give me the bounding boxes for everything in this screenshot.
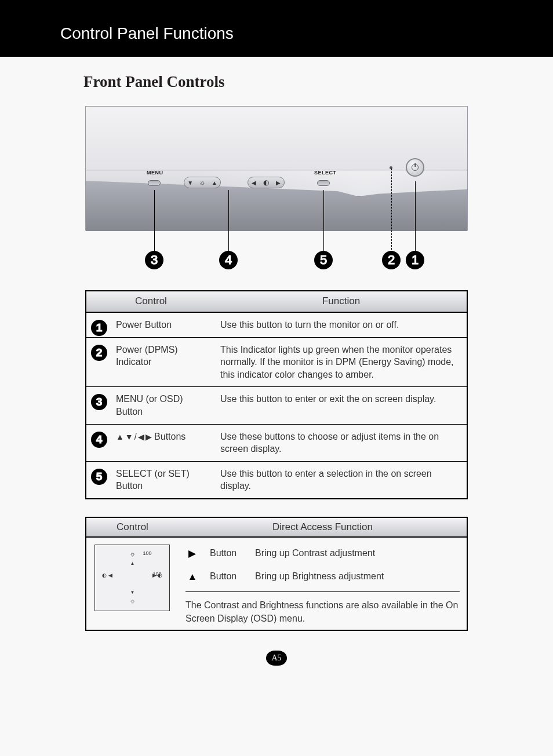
callout-1: 1 xyxy=(406,251,424,269)
control-name: Power Button xyxy=(111,312,216,337)
menu-button[interactable] xyxy=(148,180,161,186)
right-icon: ▶ xyxy=(276,180,281,186)
osd-thumbnail: ☼ 100 ▲ ◐ ◀ ▶ ◐ 100 ▼ ☼ xyxy=(94,545,170,611)
section-title: Front Panel Controls xyxy=(83,73,553,91)
th-control: Control xyxy=(86,291,216,312)
callout-2: 2 xyxy=(382,251,401,269)
brightness-rocker[interactable]: ▼ ☼ ▲ xyxy=(184,177,221,188)
up-icon: ▲ xyxy=(212,180,217,186)
daf-desc: Bring up Contrast adjustment xyxy=(255,547,375,560)
control-desc: Use these buttons to choose or adjust it… xyxy=(216,424,467,461)
row-num: 3 xyxy=(91,394,107,410)
callout-4: 4 xyxy=(219,251,238,269)
table-row: 4 ▲ ▼/◀ ▶ Buttons Use these buttons to c… xyxy=(86,424,467,461)
th-daf: Direct Access Function xyxy=(179,517,467,537)
down-icon: ▼ xyxy=(187,180,193,186)
row-num: 1 xyxy=(91,320,107,336)
control-desc: Use this button to enter or exit the on … xyxy=(216,387,467,424)
daf-desc: Bring up Brightness adjustment xyxy=(255,570,384,583)
power-icon xyxy=(412,164,419,171)
osd-value: 100 xyxy=(152,571,161,578)
sun-icon: ☼ xyxy=(129,550,135,558)
osd-value: 100 xyxy=(143,550,151,557)
control-name: SELECT (or SET) Button xyxy=(111,461,216,499)
direct-access-table: Control Direct Access Function ☼ 100 ▲ ◐… xyxy=(85,517,468,631)
page-number: A5 xyxy=(266,651,287,666)
control-name: MENU (or OSD) Button xyxy=(111,387,216,424)
button-label: Button xyxy=(210,570,245,583)
daf-row: ▶ Button Bring up Contrast adjustment xyxy=(185,542,460,565)
controls-table: Control Function 1 Power Button Use this… xyxy=(85,290,468,499)
table-row: 3 MENU (or OSD) Button Use this button t… xyxy=(86,387,467,424)
control-name: ▲ ▼/◀ ▶ Buttons xyxy=(111,424,216,461)
left-triangle-icon: ◀ xyxy=(138,432,144,443)
contrast-rocker[interactable]: ◀ ◐ ▶ xyxy=(248,177,285,188)
row-num: 2 xyxy=(91,345,107,361)
select-button[interactable] xyxy=(317,180,330,186)
table-row: 5 SELECT (or SET) Button Use this button… xyxy=(86,461,467,499)
daf-note: The Contrast and Brightness functions ar… xyxy=(185,591,460,625)
sun-dim-icon: ☼ xyxy=(129,597,135,605)
button-label: Button xyxy=(210,547,245,560)
sun-icon: ☼ xyxy=(199,178,205,187)
callout-5: 5 xyxy=(314,251,333,269)
down-triangle-icon: ▼ xyxy=(125,432,133,443)
control-name: Power (DPMS) Indicator xyxy=(111,337,216,387)
daf-row: ▲ Button Bring up Brightness adjustment xyxy=(185,565,460,589)
table-row: 2 Power (DPMS) Indicator This Indicator … xyxy=(86,337,467,387)
control-desc: This Indicator lights up green when the … xyxy=(216,337,467,387)
th-function: Function xyxy=(216,291,467,312)
up-triangle-icon: ▲ xyxy=(185,570,199,584)
control-desc: Use this button to turn the monitor on o… xyxy=(216,312,467,337)
select-label: SELECT xyxy=(314,170,337,176)
front-panel-illustration: MENU ▼ ☼ ▲ ◀ ◐ ▶ SELECT 3 4 5 2 1 xyxy=(85,106,468,280)
contrast-icon: ◐ ◀ xyxy=(102,572,112,579)
power-button[interactable] xyxy=(406,158,424,177)
control-desc: Use this button to enter a selection in … xyxy=(216,461,467,499)
header-bar: Control Panel Functions xyxy=(0,0,553,57)
row-num: 4 xyxy=(91,432,107,448)
right-triangle-icon: ▶ xyxy=(145,432,152,443)
right-triangle-icon: ▶ xyxy=(185,547,199,561)
left-icon: ◀ xyxy=(252,180,256,186)
down-triangle-icon: ▼ xyxy=(130,589,135,596)
table-row: 1 Power Button Use this button to turn t… xyxy=(86,312,467,337)
callout-3: 3 xyxy=(145,251,163,269)
row-num: 5 xyxy=(91,469,107,485)
up-triangle-icon: ▲ xyxy=(130,560,135,567)
th-control: Control xyxy=(86,517,179,537)
menu-label: MENU xyxy=(147,170,163,176)
up-triangle-icon: ▲ xyxy=(116,432,124,443)
page-title: Control Panel Functions xyxy=(60,24,553,43)
contrast-icon: ◐ xyxy=(263,178,269,187)
